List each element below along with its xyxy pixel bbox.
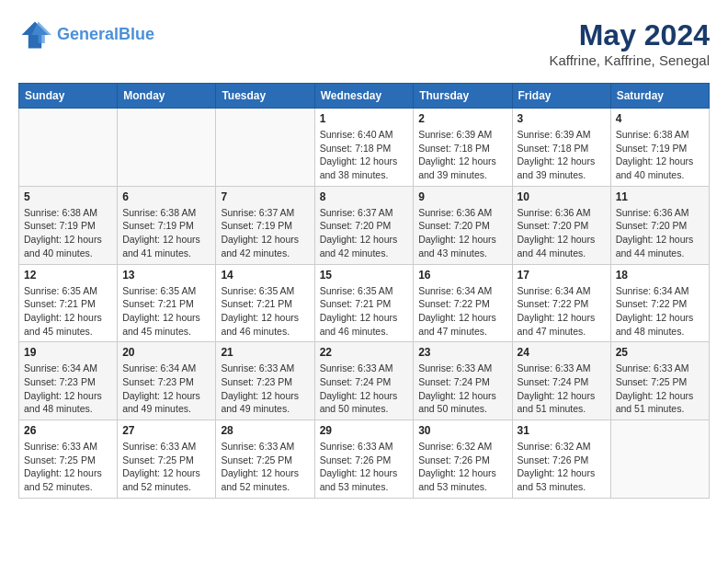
day-number: 10 — [518, 190, 606, 203]
weekday-header: Sunday — [19, 84, 118, 109]
day-info: Sunrise: 6:38 AM Sunset: 7:19 PM Dayligh… — [122, 206, 210, 260]
calendar-cell — [19, 109, 118, 187]
day-number: 16 — [418, 269, 506, 282]
day-info: Sunrise: 6:35 AM Sunset: 7:21 PM Dayligh… — [320, 284, 409, 339]
day-info: Sunrise: 6:33 AM Sunset: 7:23 PM Dayligh… — [221, 362, 309, 416]
day-info: Sunrise: 6:39 AM Sunset: 7:18 PM Dayligh… — [518, 128, 606, 182]
calendar-cell: 15Sunrise: 6:35 AM Sunset: 7:21 PM Dayli… — [314, 264, 414, 342]
weekday-header: Friday — [512, 84, 610, 109]
day-info: Sunrise: 6:33 AM Sunset: 7:25 PM Dayligh… — [616, 362, 704, 416]
day-number: 14 — [221, 269, 309, 282]
day-number: 13 — [122, 269, 210, 282]
title-block: May 2024 Kaffrine, Kaffrine, Senegal — [549, 18, 710, 68]
day-number: 25 — [616, 346, 704, 359]
calendar-cell — [610, 420, 709, 499]
calendar-cell: 4Sunrise: 6:38 AM Sunset: 7:19 PM Daylig… — [610, 109, 709, 187]
calendar-cell: 20Sunrise: 6:34 AM Sunset: 7:23 PM Dayli… — [118, 342, 216, 420]
day-number: 27 — [122, 424, 210, 437]
calendar-cell: 2Sunrise: 6:39 AM Sunset: 7:18 PM Daylig… — [414, 109, 512, 187]
weekday-header-row: SundayMondayTuesdayWednesdayThursdayFrid… — [19, 84, 710, 109]
day-number: 11 — [616, 190, 704, 203]
calendar-cell: 29Sunrise: 6:33 AM Sunset: 7:26 PM Dayli… — [314, 420, 414, 499]
day-info: Sunrise: 6:33 AM Sunset: 7:25 PM Dayligh… — [122, 440, 210, 494]
day-info: Sunrise: 6:34 AM Sunset: 7:23 PM Dayligh… — [122, 362, 210, 416]
day-info: Sunrise: 6:32 AM Sunset: 7:26 PM Dayligh… — [518, 440, 606, 494]
calendar-week-row: 12Sunrise: 6:35 AM Sunset: 7:21 PM Dayli… — [19, 264, 710, 342]
logo-line2: Blue — [119, 25, 154, 43]
weekday-header: Thursday — [414, 84, 512, 109]
day-info: Sunrise: 6:33 AM Sunset: 7:24 PM Dayligh… — [418, 362, 506, 416]
month-year: May 2024 — [549, 18, 710, 52]
weekday-header: Tuesday — [216, 84, 314, 109]
calendar-cell: 21Sunrise: 6:33 AM Sunset: 7:23 PM Dayli… — [216, 342, 314, 420]
day-number: 3 — [518, 112, 606, 125]
day-info: Sunrise: 6:40 AM Sunset: 7:18 PM Dayligh… — [320, 128, 409, 182]
logo: GeneralBlue — [18, 18, 154, 52]
day-number: 17 — [518, 269, 606, 282]
day-info: Sunrise: 6:37 AM Sunset: 7:20 PM Dayligh… — [320, 206, 409, 260]
calendar-cell: 11Sunrise: 6:36 AM Sunset: 7:20 PM Dayli… — [610, 186, 709, 264]
day-number: 21 — [221, 346, 309, 359]
day-number: 15 — [320, 269, 409, 282]
day-number: 29 — [320, 424, 409, 437]
day-number: 30 — [418, 424, 506, 437]
day-info: Sunrise: 6:33 AM Sunset: 7:24 PM Dayligh… — [518, 362, 606, 416]
day-number: 5 — [24, 190, 112, 203]
calendar-cell: 8Sunrise: 6:37 AM Sunset: 7:20 PM Daylig… — [314, 186, 414, 264]
day-info: Sunrise: 6:35 AM Sunset: 7:21 PM Dayligh… — [221, 284, 309, 339]
calendar-cell: 23Sunrise: 6:33 AM Sunset: 7:24 PM Dayli… — [414, 342, 512, 420]
calendar-cell: 12Sunrise: 6:35 AM Sunset: 7:21 PM Dayli… — [19, 264, 118, 342]
day-info: Sunrise: 6:38 AM Sunset: 7:19 PM Dayligh… — [24, 206, 112, 260]
day-number: 2 — [418, 112, 506, 125]
day-number: 31 — [518, 424, 606, 437]
day-info: Sunrise: 6:34 AM Sunset: 7:22 PM Dayligh… — [616, 284, 704, 339]
day-number: 26 — [24, 424, 112, 437]
calendar-cell: 25Sunrise: 6:33 AM Sunset: 7:25 PM Dayli… — [610, 342, 709, 420]
day-info: Sunrise: 6:38 AM Sunset: 7:19 PM Dayligh… — [616, 128, 704, 182]
day-info: Sunrise: 6:33 AM Sunset: 7:24 PM Dayligh… — [320, 362, 409, 416]
calendar-cell — [118, 109, 216, 187]
day-info: Sunrise: 6:33 AM Sunset: 7:26 PM Dayligh… — [320, 440, 409, 494]
day-info: Sunrise: 6:33 AM Sunset: 7:25 PM Dayligh… — [221, 440, 309, 494]
logo-text: GeneralBlue — [57, 26, 154, 44]
calendar-cell: 19Sunrise: 6:34 AM Sunset: 7:23 PM Dayli… — [19, 342, 118, 420]
day-info: Sunrise: 6:35 AM Sunset: 7:21 PM Dayligh… — [24, 284, 112, 339]
day-number: 28 — [221, 424, 309, 437]
day-info: Sunrise: 6:37 AM Sunset: 7:19 PM Dayligh… — [221, 206, 309, 260]
day-info: Sunrise: 6:36 AM Sunset: 7:20 PM Dayligh… — [518, 206, 606, 260]
calendar-cell: 7Sunrise: 6:37 AM Sunset: 7:19 PM Daylig… — [216, 186, 314, 264]
weekday-header: Saturday — [610, 84, 709, 109]
location: Kaffrine, Kaffrine, Senegal — [549, 52, 710, 68]
day-number: 1 — [320, 112, 409, 125]
calendar-cell: 22Sunrise: 6:33 AM Sunset: 7:24 PM Dayli… — [314, 342, 414, 420]
day-info: Sunrise: 6:32 AM Sunset: 7:26 PM Dayligh… — [418, 440, 506, 494]
calendar-cell: 17Sunrise: 6:34 AM Sunset: 7:22 PM Dayli… — [512, 264, 610, 342]
calendar-cell: 28Sunrise: 6:33 AM Sunset: 7:25 PM Dayli… — [216, 420, 314, 499]
calendar-cell: 26Sunrise: 6:33 AM Sunset: 7:25 PM Dayli… — [19, 420, 118, 499]
calendar-cell: 27Sunrise: 6:33 AM Sunset: 7:25 PM Dayli… — [118, 420, 216, 499]
day-info: Sunrise: 6:36 AM Sunset: 7:20 PM Dayligh… — [616, 206, 704, 260]
calendar-cell: 30Sunrise: 6:32 AM Sunset: 7:26 PM Dayli… — [414, 420, 512, 499]
calendar-cell: 24Sunrise: 6:33 AM Sunset: 7:24 PM Dayli… — [512, 342, 610, 420]
calendar-cell: 1Sunrise: 6:40 AM Sunset: 7:18 PM Daylig… — [314, 109, 414, 187]
calendar-cell: 16Sunrise: 6:34 AM Sunset: 7:22 PM Dayli… — [414, 264, 512, 342]
day-number: 18 — [616, 269, 704, 282]
day-info: Sunrise: 6:34 AM Sunset: 7:22 PM Dayligh… — [518, 284, 606, 339]
calendar-week-row: 5Sunrise: 6:38 AM Sunset: 7:19 PM Daylig… — [19, 186, 710, 264]
day-number: 9 — [418, 190, 506, 203]
day-number: 22 — [320, 346, 409, 359]
calendar-cell: 9Sunrise: 6:36 AM Sunset: 7:20 PM Daylig… — [414, 186, 512, 264]
day-info: Sunrise: 6:34 AM Sunset: 7:23 PM Dayligh… — [24, 362, 112, 416]
calendar-cell: 14Sunrise: 6:35 AM Sunset: 7:21 PM Dayli… — [216, 264, 314, 342]
calendar-cell — [216, 109, 314, 187]
weekday-header: Wednesday — [314, 84, 414, 109]
day-number: 19 — [24, 346, 112, 359]
calendar-week-row: 1Sunrise: 6:40 AM Sunset: 7:18 PM Daylig… — [19, 109, 710, 187]
day-info: Sunrise: 6:34 AM Sunset: 7:22 PM Dayligh… — [418, 284, 506, 339]
logo-line1: General — [57, 25, 119, 43]
day-number: 23 — [418, 346, 506, 359]
page-header: GeneralBlue May 2024 Kaffrine, Kaffrine,… — [18, 18, 710, 68]
calendar-cell: 6Sunrise: 6:38 AM Sunset: 7:19 PM Daylig… — [118, 186, 216, 264]
day-info: Sunrise: 6:36 AM Sunset: 7:20 PM Dayligh… — [418, 206, 506, 260]
day-number: 4 — [616, 112, 704, 125]
